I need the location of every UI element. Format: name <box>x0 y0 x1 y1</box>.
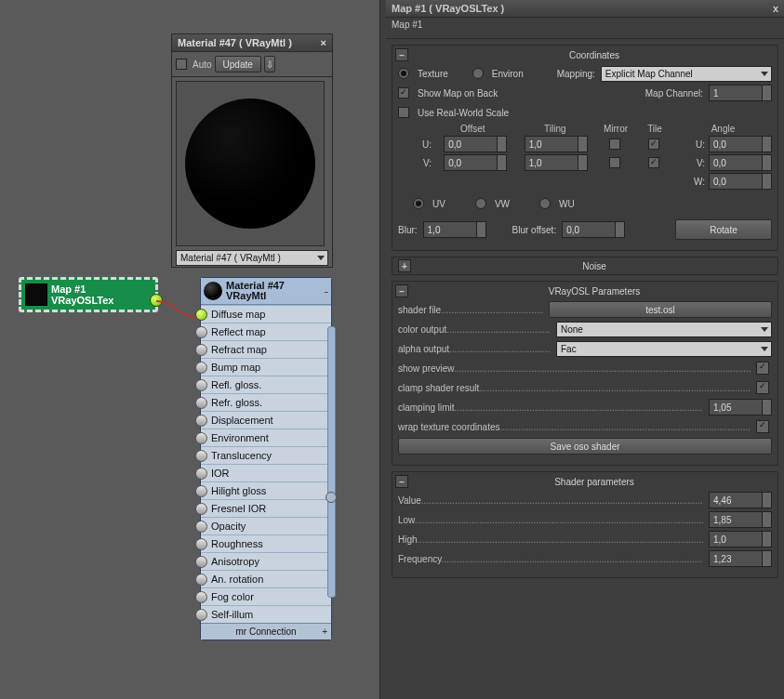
v-tile-checkbox[interactable] <box>648 157 659 168</box>
pane-title: Map #1 ( VRayOSLTex ) <box>392 3 504 14</box>
u-mirror-checkbox[interactable] <box>609 138 620 150</box>
input-port[interactable] <box>195 344 207 356</box>
v-mirror-checkbox[interactable] <box>609 157 620 168</box>
slot-refr-gloss-[interactable]: Refr. gloss. <box>201 393 331 411</box>
map-output-port[interactable] <box>150 294 163 307</box>
wu-radio[interactable] <box>539 198 551 209</box>
slot-refract-map[interactable]: Refract map <box>201 340 331 358</box>
input-port[interactable] <box>195 591 207 603</box>
collapse-icon[interactable]: – <box>395 475 408 488</box>
show-preview-checkbox[interactable] <box>756 362 769 375</box>
high-spinner[interactable]: 1,0 <box>709 531 772 547</box>
input-port[interactable] <box>195 415 207 427</box>
slot-bump-map[interactable]: Bump map <box>201 358 331 376</box>
input-port[interactable] <box>195 538 207 550</box>
rotate-button[interactable]: Rotate <box>675 219 772 240</box>
slot-fog-color[interactable]: Fog color <box>201 587 331 605</box>
breadcrumb-text[interactable]: Map #1 <box>392 20 422 30</box>
input-port[interactable] <box>195 468 207 480</box>
input-port[interactable] <box>195 326 207 338</box>
close-icon[interactable]: × <box>321 37 326 48</box>
freq-spinner[interactable]: 1,23 <box>709 550 772 567</box>
input-port[interactable] <box>195 397 207 409</box>
v-ang-label: V: <box>697 158 705 168</box>
slot-fresnel-ior[interactable]: Fresnel IOR <box>201 499 331 517</box>
slot-an-rotation[interactable]: An. rotation <box>201 570 331 587</box>
w-angle-spinner[interactable]: 0,0 <box>709 173 772 190</box>
slot-label: Fog color <box>211 591 254 602</box>
input-port[interactable] <box>195 309 207 321</box>
node-material[interactable]: Material #47 VRayMtl – Diffuse mapReflec… <box>200 277 332 640</box>
input-port[interactable] <box>195 485 207 497</box>
preview-swatch[interactable] <box>176 81 325 246</box>
vw-radio[interactable] <box>475 198 486 209</box>
shader-file-button[interactable]: test.osl <box>549 301 772 318</box>
input-port[interactable] <box>195 574 207 586</box>
u-offset-spinner[interactable]: 0,0 <box>444 136 507 152</box>
collapse-icon[interactable]: – <box>395 284 408 297</box>
pane-titlebar[interactable]: Map #1 ( VRayOSLTex ) x <box>386 0 784 18</box>
map-channel-spinner[interactable]: 1 <box>709 85 772 101</box>
pin-icon[interactable]: ⇩ <box>264 56 275 73</box>
low-spinner[interactable]: 1,85 <box>709 511 772 528</box>
slot-diffuse-map[interactable]: Diffuse map <box>201 305 331 323</box>
shader-file-label: shader file <box>398 305 441 315</box>
node-map[interactable]: Map #1 VRayOSLTex <box>19 277 158 312</box>
value-spinner[interactable]: 4,46 <box>709 492 772 508</box>
input-port[interactable] <box>195 556 207 568</box>
expand-icon[interactable]: + <box>398 259 411 272</box>
slot-translucency[interactable]: Translucency <box>201 446 331 464</box>
clamp-limit-spinner[interactable]: 1,05 <box>709 399 772 415</box>
v-angle-spinner[interactable]: 0,0 <box>709 154 772 171</box>
slot-environment[interactable]: Environment <box>201 429 331 446</box>
slot-reflect-map[interactable]: Reflect map <box>201 323 331 340</box>
slot-roughness[interactable]: Roughness <box>201 534 331 552</box>
auto-checkbox[interactable] <box>176 59 187 70</box>
slot-refl-gloss-[interactable]: Refl. gloss. <box>201 376 331 393</box>
slot-self-illum[interactable]: Self-illum <box>201 605 331 623</box>
update-button[interactable]: Update <box>215 56 261 73</box>
environ-radio[interactable] <box>472 68 484 79</box>
blur-spinner[interactable]: 1,0 <box>423 221 486 238</box>
alpha-output-dropdown[interactable]: Fac <box>556 341 772 357</box>
show-map-checkbox[interactable] <box>398 87 409 99</box>
map-channel-value: 1 <box>710 86 762 100</box>
input-port[interactable] <box>195 450 207 462</box>
input-port[interactable] <box>195 362 207 374</box>
node-material-header[interactable]: Material #47 VRayMtl – <box>201 278 331 305</box>
resize-knob[interactable] <box>326 492 337 503</box>
u-tiling-spinner[interactable]: 1,0 <box>525 136 588 152</box>
close-icon[interactable]: x <box>773 3 778 14</box>
uv-radio[interactable] <box>413 198 424 209</box>
wrap-checkbox[interactable] <box>756 420 769 433</box>
slot-displacement[interactable]: Displacement <box>201 411 331 429</box>
save-oso-button[interactable]: Save oso shader <box>398 438 772 455</box>
preview-titlebar[interactable]: Material #47 ( VRayMtl ) × <box>172 34 332 52</box>
input-port[interactable] <box>195 521 207 533</box>
material-dropdown[interactable]: Material #47 ( VRayMtl ) <box>176 250 328 266</box>
input-port[interactable] <box>195 379 207 391</box>
minus-icon[interactable]: – <box>325 287 328 296</box>
input-port[interactable] <box>195 609 207 621</box>
input-port[interactable] <box>195 503 207 515</box>
clamp-result-checkbox[interactable] <box>756 381 769 394</box>
slot-hilight-gloss[interactable]: Hilight gloss <box>201 481 331 499</box>
slot-anisotropy[interactable]: Anisotropy <box>201 552 331 570</box>
color-output-dropdown[interactable]: None <box>556 322 772 337</box>
mapping-dropdown[interactable]: Explicit Map Channel <box>601 66 772 82</box>
plus-icon[interactable]: + <box>322 626 327 637</box>
u-tile-checkbox[interactable] <box>648 138 659 150</box>
w-ang-label: W: <box>694 177 705 187</box>
collapse-icon[interactable]: – <box>395 48 408 61</box>
slot-ior[interactable]: IOR <box>201 464 331 481</box>
input-port[interactable] <box>195 432 207 444</box>
value-value: 4,46 <box>710 493 762 508</box>
slot-opacity[interactable]: Opacity <box>201 517 331 534</box>
texture-radio[interactable] <box>398 68 409 79</box>
u-angle-spinner[interactable]: 0,0 <box>709 136 772 152</box>
real-world-checkbox[interactable] <box>398 107 409 118</box>
v-tiling-spinner[interactable]: 1,0 <box>525 154 588 171</box>
v-offset-spinner[interactable]: 0,0 <box>444 154 507 171</box>
bluroff-spinner[interactable]: 0,0 <box>562 221 625 238</box>
node-footer[interactable]: mr Connection + <box>201 623 331 640</box>
